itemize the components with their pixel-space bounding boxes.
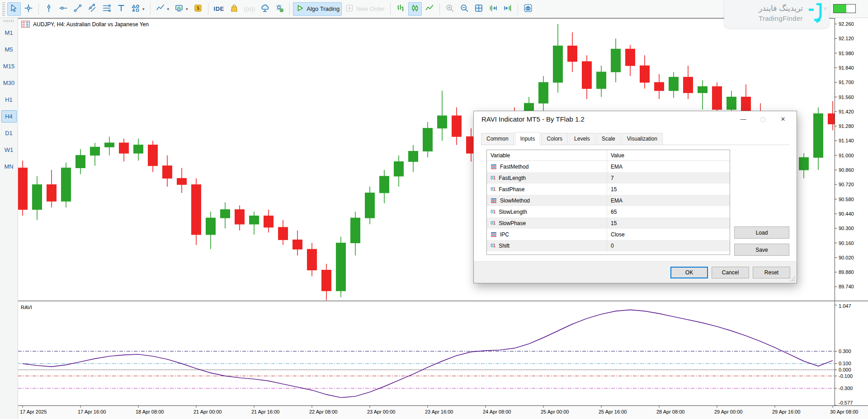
toolbar-separator <box>208 3 208 15</box>
variable-value[interactable]: Close <box>607 231 730 238</box>
svg-text:91.420: 91.420 <box>839 109 854 114</box>
tradingfinder-logo-icon <box>807 3 824 23</box>
tab-levels[interactable]: Levels <box>569 133 595 145</box>
reset-button[interactable]: Reset <box>753 267 790 278</box>
tab-scale[interactable]: Scale <box>596 133 621 145</box>
timeframe-button-m15[interactable]: M15 <box>1 60 17 72</box>
trendline-button[interactable] <box>71 2 85 16</box>
svg-text:30 Apr 08:00: 30 Apr 08:00 <box>830 409 858 414</box>
maximize-icon: ▢ <box>753 113 773 124</box>
minimize-icon[interactable]: — <box>733 113 753 124</box>
text-tool-button[interactable] <box>114 2 128 16</box>
zoom-out-icon <box>460 4 469 14</box>
resize-grip[interactable] <box>790 276 796 282</box>
line-chart-button[interactable] <box>423 2 436 16</box>
tab-colors[interactable]: Colors <box>541 133 568 145</box>
save-button[interactable]: Save <box>734 244 789 256</box>
candles-chart-button[interactable] <box>408 2 422 16</box>
table-row-ipc[interactable]: IPCClose <box>487 229 730 240</box>
chevron-down-icon[interactable]: ▾ <box>167 7 170 11</box>
channel-button[interactable] <box>85 2 99 16</box>
svg-text:18 Apr 08:00: 18 Apr 08:00 <box>136 409 164 414</box>
table-row-slowmethod[interactable]: SlowMethodEMA <box>487 195 730 206</box>
timeframe-button-m1[interactable]: M1 <box>1 27 17 39</box>
variable-name: FastPhase <box>499 186 524 193</box>
crosshair-button[interactable] <box>22 2 35 16</box>
timeframe-button-d1[interactable]: D1 <box>1 127 17 139</box>
algo-trading-button[interactable]: Algo Trading <box>293 2 342 16</box>
market-button[interactable] <box>227 2 241 16</box>
timeframe-button-m30[interactable]: M30 <box>1 77 17 89</box>
sidebar-grip[interactable] <box>4 20 14 22</box>
new-order-button[interactable]: New Order <box>343 2 387 16</box>
variable-value[interactable]: 15 <box>607 186 730 193</box>
tile-windows-button[interactable] <box>472 2 486 16</box>
ok-button[interactable]: OK <box>670 267 708 278</box>
zoom-in-button[interactable] <box>443 2 457 16</box>
cursor-button[interactable] <box>7 2 21 16</box>
svg-text:91.840: 91.840 <box>839 65 854 71</box>
svg-text:90.160: 90.160 <box>839 240 854 246</box>
dialog-tabs: CommonInputsColorsLevelsScaleVisualizati… <box>481 132 789 145</box>
table-row-slowphase[interactable]: 01SlowPhase15 <box>487 217 730 229</box>
column-header-variable: Variable <box>487 150 607 160</box>
svg-text:25 Apr 00:00: 25 Apr 00:00 <box>541 409 569 414</box>
load-button[interactable]: Load <box>734 226 789 239</box>
svg-text:91.980: 91.980 <box>839 51 854 56</box>
table-row-slowlength[interactable]: 01SlowLength65 <box>487 206 730 217</box>
timeframe-button-h1[interactable]: H1 <box>1 94 17 106</box>
chevron-down-icon[interactable]: ▾ <box>186 7 188 11</box>
column-header-value: Value <box>607 152 730 159</box>
variable-value[interactable]: 7 <box>607 175 730 181</box>
candles-chart-icon <box>410 4 420 14</box>
symbols-button[interactable]: $ <box>191 2 205 16</box>
timeframe-button-w1[interactable]: W1 <box>1 144 17 156</box>
table-row-fastphase[interactable]: 01FastPhase15 <box>487 184 730 195</box>
svg-text:25 Apr 16:00: 25 Apr 16:00 <box>599 409 627 414</box>
bars-chart-button[interactable] <box>394 2 407 16</box>
fibonacci-button[interactable] <box>100 2 113 16</box>
svg-text:92.260: 92.260 <box>839 21 854 27</box>
variable-value[interactable]: 0 <box>607 243 730 249</box>
community-button[interactable] <box>273 2 286 16</box>
table-header-row: VariableValue <box>487 150 730 161</box>
table-row-fastlength[interactable]: 01FastLength7 <box>487 172 730 184</box>
horizontal-line-button[interactable] <box>57 2 70 16</box>
shift-end-right-button[interactable] <box>486 2 500 16</box>
cancel-button[interactable]: Cancel <box>712 267 749 278</box>
zoom-out-button[interactable] <box>458 2 471 16</box>
tab-inputs[interactable]: Inputs <box>515 132 541 145</box>
svg-text:1.047: 1.047 <box>839 303 851 309</box>
svg-text:21 Apr 16:00: 21 Apr 16:00 <box>251 409 279 414</box>
timeframe-button-h4[interactable]: H4 <box>1 110 17 122</box>
zoom-in-icon <box>445 4 454 14</box>
metaeditor-button[interactable]: IDE <box>212 2 226 16</box>
tab-visualization[interactable]: Visualization <box>622 133 663 145</box>
vertical-line-button[interactable] <box>42 2 56 16</box>
shapes-button[interactable]: ▾ <box>129 2 147 16</box>
table-row-fastmethod[interactable]: FastMethodEMA <box>487 161 730 172</box>
toolbar-grip[interactable] <box>2 2 5 16</box>
signals-button[interactable]: ((o)) <box>242 2 258 16</box>
chevron-down-icon[interactable]: ▾ <box>142 7 145 11</box>
toolbar-separator <box>439 3 440 15</box>
toolbar-separator <box>518 3 518 15</box>
variable-value[interactable]: EMA <box>607 198 730 204</box>
variable-value[interactable]: 15 <box>607 220 730 226</box>
svg-text:91.560: 91.560 <box>839 94 854 100</box>
table-row-shift[interactable]: 01Shift0 <box>487 240 730 251</box>
svg-text:22 Apr 08:00: 22 Apr 08:00 <box>309 409 337 414</box>
vps-cloud-button[interactable] <box>258 2 272 16</box>
objects-button[interactable]: ▾ <box>172 2 190 16</box>
shift-end-left-button[interactable] <box>501 2 514 16</box>
timeframe-button-m5[interactable]: M5 <box>1 43 17 56</box>
indicators-button[interactable]: ▾ <box>154 2 172 16</box>
tab-common[interactable]: Common <box>481 133 514 145</box>
variable-value[interactable]: 65 <box>607 209 730 215</box>
close-icon[interactable]: ✕ <box>773 113 793 124</box>
variable-value[interactable]: EMA <box>607 164 730 170</box>
variable-name: IPC <box>500 231 509 238</box>
timeframe-button-mn[interactable]: MN <box>1 160 17 173</box>
enum-icon <box>491 232 497 237</box>
screenshot-button[interactable] <box>521 2 535 16</box>
